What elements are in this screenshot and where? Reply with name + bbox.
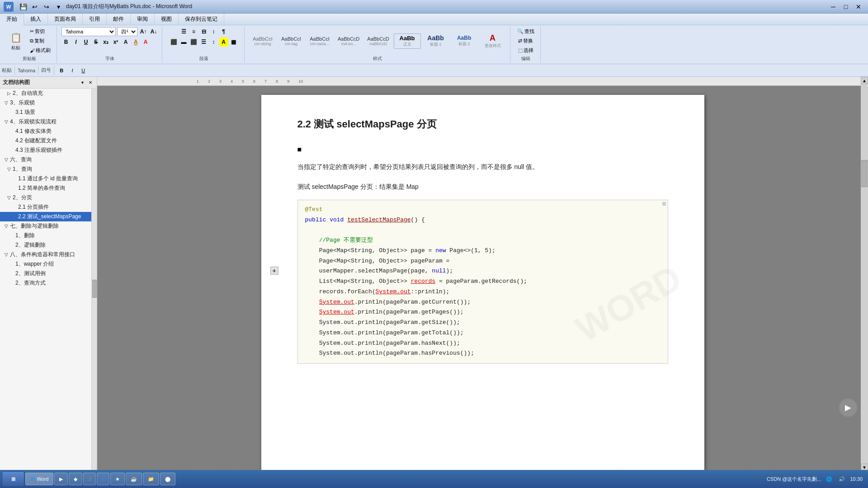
style-normal[interactable]: AaBbCcD AaBbCcD bbox=[364, 35, 392, 47]
select-button[interactable]: ⬚ 选择 bbox=[516, 46, 536, 55]
style-md-en[interactable]: AaBbCcD md-en... bbox=[335, 35, 363, 47]
strikethrough-button[interactable]: S̶ bbox=[91, 38, 100, 47]
align-right-button[interactable]: ⬛ bbox=[189, 38, 198, 47]
document-scroll-area[interactable]: 2.2 测试 selectMapsPage 分页 ■ 当指定了特定的查询列时，希… bbox=[97, 86, 868, 471]
subscript-button[interactable]: x₂ bbox=[101, 38, 110, 47]
sidebar-item-delete[interactable]: ▽ 七、删除与逻辑删除 bbox=[0, 221, 91, 231]
sidebar-item-query-sub[interactable]: ▽ 1、查询 bbox=[0, 164, 91, 174]
sidebar-item-pagination[interactable]: ▽ 2、分页 bbox=[0, 193, 91, 202]
taskbar-item-app3[interactable]: ◆ bbox=[69, 473, 82, 485]
sidebar-item-page-plugin[interactable]: 2.1 分页插件 bbox=[0, 202, 91, 212]
sidebar-item-optimistic[interactable]: ▽ 3、乐观锁 bbox=[0, 98, 91, 108]
minimize-button[interactable]: ─ bbox=[827, 2, 839, 12]
sidebar-item-delete-sub[interactable]: 1、删除 bbox=[0, 231, 91, 240]
ft-bold-btn[interactable]: B bbox=[57, 67, 66, 74]
font-color-button[interactable]: A bbox=[141, 38, 150, 47]
scroll-thumb[interactable] bbox=[861, 160, 868, 187]
bold-button[interactable]: B bbox=[61, 38, 71, 47]
close-button[interactable]: ✕ bbox=[853, 2, 864, 12]
change-styles-button[interactable]: A 更改样式 bbox=[479, 32, 506, 50]
tab-mailings[interactable]: 邮件 bbox=[107, 14, 131, 25]
taskbar-item-files[interactable]: 📁 bbox=[143, 473, 159, 485]
grow-font-button[interactable]: A↑ bbox=[139, 27, 148, 36]
sidebar-item-flow[interactable]: ▽ 4、乐观锁实现流程 bbox=[0, 117, 91, 127]
ft-underline-btn[interactable]: U bbox=[79, 67, 88, 74]
taskbar-item-eclipse[interactable]: ☕ bbox=[126, 473, 142, 485]
add-code-block-button[interactable]: + bbox=[270, 267, 278, 275]
highlight-button[interactable]: A̲ bbox=[131, 38, 140, 47]
sidebar-item-create-config[interactable]: 4.2 创建配置文件 bbox=[0, 136, 91, 145]
italic-button[interactable]: I bbox=[71, 38, 80, 47]
taskbar-item-java[interactable]: J bbox=[83, 473, 96, 485]
sidebar-close-btn[interactable]: ✕ bbox=[87, 79, 94, 86]
style-cm-tag[interactable]: AaBbCcI cm-tag bbox=[278, 35, 305, 47]
shrink-font-button[interactable]: A↓ bbox=[149, 27, 158, 36]
align-center-button[interactable]: ▬ bbox=[179, 38, 189, 47]
shading-button[interactable]: A bbox=[219, 38, 228, 47]
font-style-button[interactable]: A bbox=[121, 38, 130, 47]
border-button[interactable]: ▦ bbox=[229, 38, 238, 47]
tab-cloud[interactable]: 保存到云笔记 bbox=[179, 14, 224, 25]
right-scrollbar[interactable]: ▲ ▼ bbox=[861, 77, 868, 471]
tab-home[interactable]: 开始 bbox=[0, 14, 24, 25]
volume-icon[interactable]: 🔊 bbox=[837, 474, 846, 483]
outline-list-button[interactable]: ⊟ bbox=[199, 27, 208, 36]
start-button[interactable]: ⊞ bbox=[2, 471, 24, 487]
show-marks-button[interactable]: ¶ bbox=[219, 27, 228, 36]
style-body[interactable]: AaBb 正文 bbox=[394, 33, 421, 49]
taskbar-item-word[interactable]: W Word bbox=[25, 473, 53, 485]
taskbar-item-ie[interactable]: e bbox=[97, 473, 109, 485]
sidebar-item-query-mode[interactable]: 2、查询方式 bbox=[0, 278, 91, 288]
replace-button[interactable]: ⇄ 替换 bbox=[516, 37, 535, 45]
find-button[interactable]: 🔍 查找 bbox=[515, 27, 537, 36]
sort-button[interactable]: ↕ bbox=[209, 27, 218, 36]
taskbar-item-app6[interactable]: ⬤ bbox=[160, 473, 175, 485]
align-left-button[interactable]: ⬛ bbox=[170, 38, 179, 47]
style-cm-varia[interactable]: AaBbCcI cm-varia... bbox=[306, 35, 333, 47]
resize-handle[interactable] bbox=[662, 202, 666, 206]
paste-button[interactable]: 📋 粘贴 bbox=[5, 31, 26, 52]
justify-button[interactable]: ☰ bbox=[199, 38, 208, 47]
bullet-list-button[interactable]: ☰ bbox=[179, 27, 189, 36]
style-heading2[interactable]: AaBb 标题 2 bbox=[451, 33, 478, 48]
network-icon[interactable]: 🌐 bbox=[825, 474, 834, 483]
tab-layout[interactable]: 页面布局 bbox=[48, 14, 83, 25]
sidebar-item-batch-query[interactable]: 1.1 通过多个 id 批量查询 bbox=[0, 174, 91, 183]
font-name-dropdown[interactable]: Tahoma bbox=[61, 27, 116, 36]
sidebar-item-scene[interactable]: 3.1 场景 bbox=[0, 108, 91, 117]
sidebar-item-simple-query[interactable]: 1.2 简单的条件查询 bbox=[0, 183, 91, 193]
quick-access-dropdown[interactable]: ▾ bbox=[53, 2, 63, 12]
style-cm-string[interactable]: AaBbCcI cm-string bbox=[249, 35, 276, 47]
sidebar-item-query[interactable]: ▽ 六、查询 bbox=[0, 155, 91, 164]
scroll-up-arrow[interactable]: ▲ bbox=[861, 77, 868, 84]
ft-italic-btn[interactable]: I bbox=[68, 67, 77, 74]
taskbar-item-cmd[interactable]: ▶ bbox=[54, 473, 68, 485]
tab-review[interactable]: 审阅 bbox=[131, 14, 155, 25]
sidebar-scroll-thumb[interactable] bbox=[92, 280, 97, 298]
tab-insert[interactable]: 插入 bbox=[24, 14, 48, 25]
save-quick-btn[interactable]: 💾 bbox=[18, 2, 28, 12]
taskbar-item-app5[interactable]: ★ bbox=[110, 473, 125, 485]
tab-references[interactable]: 引用 bbox=[83, 14, 107, 25]
document-area[interactable]: 12 34 56 78 910 2.2 测试 selectMapsPage 分页… bbox=[97, 77, 868, 471]
numbered-list-button[interactable]: ≡ bbox=[189, 27, 198, 36]
underline-button[interactable]: U bbox=[81, 38, 90, 47]
sidebar-dropdown-btn[interactable]: ▾ bbox=[79, 79, 86, 86]
copy-button[interactable]: ⧉ 复制 bbox=[28, 37, 53, 45]
superscript-button[interactable]: x² bbox=[111, 38, 120, 47]
sidebar-item-logic-delete[interactable]: 2、逻辑删除 bbox=[0, 240, 91, 250]
play-button[interactable]: ▶ bbox=[839, 399, 857, 417]
sidebar-item-wrapper[interactable]: ▽ 八、条件构造器和常用接口 bbox=[0, 250, 91, 259]
undo-quick-btn[interactable]: ↩ bbox=[30, 2, 40, 12]
sidebar-item-modify-entity[interactable]: 4.1 修改实体类 bbox=[0, 127, 91, 136]
tab-view[interactable]: 视图 bbox=[155, 14, 179, 25]
redo-quick-btn[interactable]: ↪ bbox=[42, 2, 52, 12]
sidebar-item-selectmapspage[interactable]: 2.2 测试_selectMapsPage bbox=[0, 212, 91, 221]
cut-button[interactable]: ✂ 剪切 bbox=[28, 27, 53, 36]
sidebar-item-autofill[interactable]: ▷ 2、自动填充 bbox=[0, 89, 91, 98]
font-size-dropdown[interactable]: 四号 bbox=[117, 27, 137, 36]
format-paint-button[interactable]: 🖌 格式刷 bbox=[28, 46, 53, 55]
line-spacing-button[interactable]: ↕ bbox=[209, 38, 218, 47]
sidebar-item-register-plugin[interactable]: 4.3 注册乐观锁插件 bbox=[0, 145, 91, 155]
sidebar-scrollbar[interactable] bbox=[91, 89, 97, 471]
